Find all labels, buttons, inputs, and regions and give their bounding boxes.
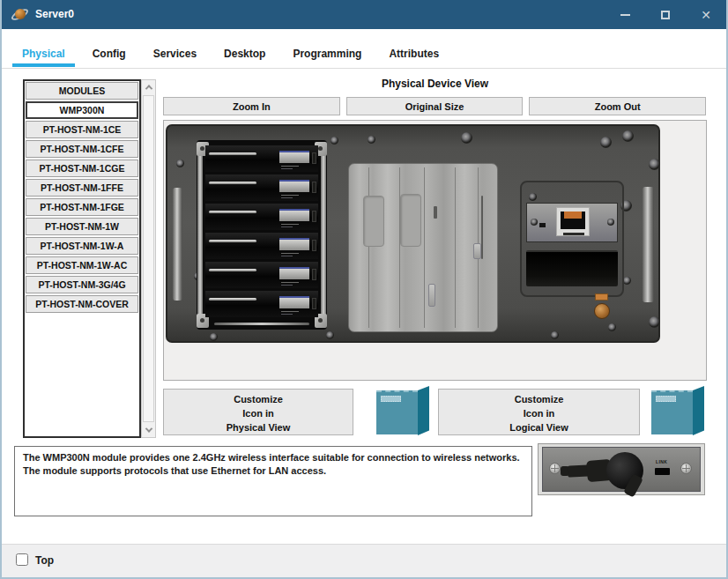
titlebar[interactable]: Server0 ✕ [0,0,728,29]
module-description: The WMP300N module provides one 2.4GHz w… [14,446,532,516]
link-led [655,468,670,475]
module-item-cover[interactable]: PT-HOST-NM-COVER [26,295,138,313]
top-checkbox-label: Top [35,554,54,567]
module-item-3g4g[interactable]: PT-HOST-NM-3G/4G [26,276,138,293]
drive-tray [205,262,318,288]
drive-tray [205,174,318,201]
module-item-1ce[interactable]: PT-HOST-NM-1CE [26,121,138,138]
app-logo-icon [11,6,29,22]
module-item-1w-a[interactable]: PT-HOST-NM-1W-A [26,237,138,255]
tab-services[interactable]: Services [144,47,206,67]
status-led [595,293,608,301]
modules-scrollbar[interactable] [141,79,156,438]
module-screw [549,463,561,474]
minimize-icon [620,14,630,16]
modules-list: MODULES WMP300N PT-HOST-NM-1CE PT-HOST-N… [23,79,141,438]
modules-header: MODULES [26,82,138,100]
power-button[interactable] [594,303,610,319]
tab-config[interactable]: Config [83,47,136,67]
tab-physical[interactable]: Physical [12,47,75,67]
module-item-1fge[interactable]: PT-HOST-NM-1FGE [26,198,138,216]
chevron-down-icon [145,425,152,432]
app-window: Server0 ✕ Physical Config Services Deskt… [0,0,728,579]
module-item-1cge[interactable]: PT-HOST-NM-1CGE [26,160,138,177]
minimize-button[interactable] [605,0,645,29]
ethernet-port[interactable] [556,207,590,236]
ethernet-port-label [563,233,584,235]
original-size-button[interactable]: Original Size [346,97,524,115]
scrollbar-thumb[interactable] [143,95,154,422]
scroll-up-button[interactable] [142,80,155,94]
module-item-1w[interactable]: PT-HOST-NM-1W [26,218,138,235]
server-left-handle [173,188,182,301]
empty-module-slot[interactable] [526,250,618,286]
zoom-out-button[interactable]: Zoom Out [529,97,706,115]
tab-desktop[interactable]: Desktop [214,47,275,67]
server-front-panel [348,163,498,332]
floppy-slot [481,196,483,259]
device-view-panel[interactable] [163,120,707,381]
customize-icon-physical-button[interactable]: Customize Icon in Physical View [163,389,353,435]
zoom-in-button[interactable]: Zoom In [163,97,340,115]
module-screw [680,463,692,474]
zoom-controls: Zoom In Original Size Zoom Out [163,97,706,115]
tab-attributes[interactable]: Attributes [379,47,449,67]
logical-view-server-icon [650,386,706,436]
installed-module-plate[interactable] [526,203,618,242]
server-drive-cage [197,140,327,330]
physical-device-view-title: Physical Device View [163,78,707,90]
drive-tray [205,291,318,317]
module-preview[interactable]: LINK [538,443,705,495]
maximize-button[interactable] [645,0,686,29]
link-label: LINK [656,459,667,464]
top-checkbox[interactable] [16,553,28,566]
physical-view-server-icon [375,386,431,436]
maximize-icon [661,11,670,19]
tab-bar: Physical Config Services Desktop Program… [2,29,726,69]
drive-tray [205,233,318,259]
module-item-wmp300n[interactable]: WMP300N [26,101,138,119]
module-item-1cfe[interactable]: PT-HOST-NM-1CFE [26,140,138,158]
server-right-handle [643,187,654,302]
module-item-1ffe[interactable]: PT-HOST-NM-1FFE [26,179,138,197]
window-title: Server0 [35,8,74,20]
drive-tray [205,204,318,230]
close-button[interactable]: ✕ [686,0,726,29]
server-chassis-image[interactable] [166,124,660,343]
customize-icon-logical-button[interactable]: Customize Icon in Logical View [438,389,640,435]
scroll-down-button[interactable] [142,423,155,437]
module-item-1w-ac[interactable]: PT-HOST-NM-1W-AC [26,256,138,274]
chevron-up-icon [145,85,152,92]
footer-bar: Top [2,544,726,577]
tab-programming[interactable]: Programming [283,47,371,67]
close-icon: ✕ [701,9,711,21]
wmp300n-module-image: LINK [542,447,701,492]
drive-tray [205,145,318,172]
